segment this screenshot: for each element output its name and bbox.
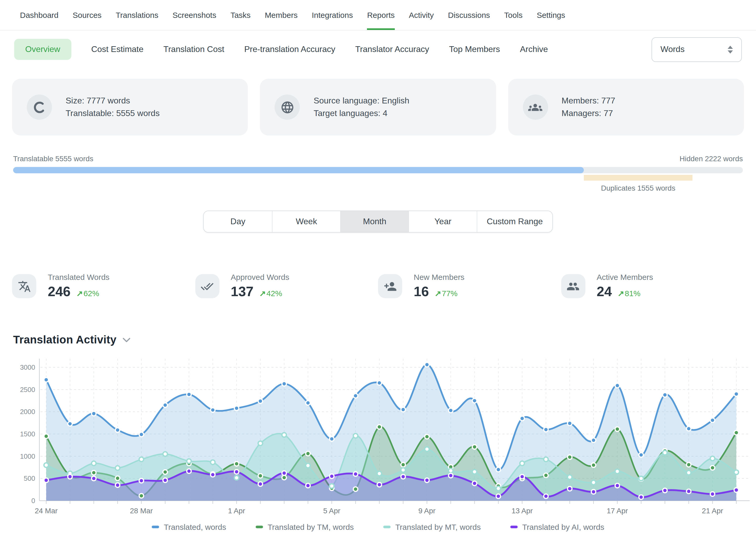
- svg-text:1 Apr: 1 Apr: [228, 507, 245, 515]
- svg-text:500: 500: [24, 474, 35, 482]
- nav-item-activity[interactable]: Activity: [409, 0, 434, 30]
- period-custom-range[interactable]: Custom Range: [477, 211, 552, 232]
- trend-up-icon: ↗: [435, 289, 441, 298]
- section-title: Translation Activity: [13, 333, 117, 346]
- stat-label: New Members: [414, 273, 464, 281]
- reports-page: DashboardSourcesTranslationsScreenshotsT…: [0, 0, 756, 549]
- donut-icon: [27, 95, 52, 120]
- card-line-2: Managers: 77: [561, 107, 615, 120]
- svg-text:2000: 2000: [20, 408, 35, 416]
- globe-icon: [275, 95, 300, 120]
- card-line-2: Target languages: 4: [314, 107, 409, 120]
- summary-card: Source language: EnglishTarget languages…: [260, 79, 496, 135]
- nav-item-screenshots[interactable]: Screenshots: [172, 0, 216, 30]
- nav-item-settings[interactable]: Settings: [537, 0, 565, 30]
- period-selector: DayWeekMonthYearCustom Range: [203, 211, 553, 233]
- duplicates-label: Duplicates 1555 words: [601, 184, 675, 192]
- stat-label: Approved Words: [231, 273, 289, 281]
- trend-up-icon: ↗: [259, 289, 266, 298]
- nav-item-tools[interactable]: Tools: [504, 0, 523, 30]
- card-line-1: Members: 777: [561, 95, 615, 107]
- svg-text:21 Apr: 21 Apr: [702, 507, 723, 515]
- svg-text:3000: 3000: [20, 363, 35, 371]
- legend-marker: [255, 526, 263, 528]
- stat-translated-words: Translated Words246↗62%: [12, 273, 195, 300]
- legend-translated-by-mt-words[interactable]: Translated by MT, words: [383, 522, 481, 531]
- svg-text:1000: 1000: [20, 452, 35, 460]
- period-week[interactable]: Week: [272, 211, 340, 232]
- nav-item-tasks[interactable]: Tasks: [230, 0, 251, 30]
- svg-text:24 Mar: 24 Mar: [35, 507, 57, 515]
- unit-dropdown-value: Words: [660, 45, 685, 54]
- stat-value: 24: [597, 284, 612, 300]
- nav-item-reports[interactable]: Reports: [367, 0, 395, 30]
- tab-translator-accuracy[interactable]: Translator Accuracy: [355, 45, 429, 54]
- done-all-icon: [195, 274, 219, 298]
- activity-area-chart: 05001000150020002500300024 Mar28 Mar1 Ap…: [0, 351, 756, 519]
- stat-new-members: New Members16↗77%: [378, 273, 561, 300]
- trend-up-icon: ↗: [618, 289, 624, 298]
- stat-change: ↗42%: [259, 289, 282, 298]
- select-arrows-icon: [728, 45, 733, 53]
- legend-translated-by-ai-words[interactable]: Translated by AI, words: [510, 522, 604, 531]
- stat-value: 16: [414, 284, 429, 300]
- tab-pre-translation-accuracy[interactable]: Pre-translation Accuracy: [244, 45, 335, 54]
- legend-label: Translated by MT, words: [395, 522, 481, 531]
- nav-item-sources[interactable]: Sources: [73, 0, 102, 30]
- legend-marker: [383, 526, 391, 528]
- translation-activity-chart: 05001000150020002500300024 Mar28 Mar1 Ap…: [0, 351, 756, 531]
- tab-archive[interactable]: Archive: [520, 45, 548, 54]
- nav-item-integrations[interactable]: Integrations: [312, 0, 353, 30]
- svg-text:0: 0: [31, 497, 35, 505]
- period-day[interactable]: Day: [204, 211, 272, 232]
- card-line-1: Source language: English: [314, 95, 409, 107]
- tab-top-members[interactable]: Top Members: [449, 45, 500, 54]
- duplicates-bar: [584, 175, 692, 181]
- legend-label: Translated by AI, words: [522, 522, 604, 531]
- svg-text:28 Mar: 28 Mar: [130, 507, 153, 515]
- top-navigation: DashboardSourcesTranslationsScreenshotsT…: [0, 0, 756, 30]
- unit-dropdown[interactable]: Words: [652, 37, 742, 62]
- stat-value: 137: [231, 284, 254, 300]
- stat-label: Translated Words: [48, 273, 109, 281]
- chevron-down-icon[interactable]: [123, 337, 130, 342]
- report-tabbar: OverviewCost EstimateTranslation CostPre…: [0, 37, 756, 62]
- tab-translation-cost[interactable]: Translation Cost: [164, 45, 224, 54]
- legend-translated-by-tm-words[interactable]: Translated by TM, words: [255, 522, 354, 531]
- legend-translated-words[interactable]: Translated, words: [152, 522, 226, 531]
- stat-approved-words: Approved Words137↗42%: [195, 273, 378, 300]
- person-add-icon: [378, 274, 402, 298]
- stat-change: ↗77%: [435, 289, 458, 298]
- people-icon: [561, 274, 585, 298]
- svg-text:17 Apr: 17 Apr: [607, 507, 628, 515]
- stat-value: 246: [48, 284, 71, 300]
- translatable-words-label: Translatable 5555 words: [13, 154, 93, 163]
- card-line-1: Size: 7777 words: [66, 95, 160, 107]
- stat-change: ↗81%: [618, 289, 641, 298]
- translatable-progress-fill: [13, 167, 584, 173]
- legend-label: Translated, words: [164, 522, 226, 531]
- svg-text:5 Apr: 5 Apr: [323, 507, 340, 515]
- legend-label: Translated by TM, words: [267, 522, 354, 531]
- words-progress-bar: [13, 167, 743, 173]
- period-year[interactable]: Year: [408, 211, 477, 232]
- translate-icon: [12, 274, 36, 298]
- svg-text:9 Apr: 9 Apr: [418, 507, 435, 515]
- tab-overview[interactable]: Overview: [14, 39, 71, 60]
- nav-item-members[interactable]: Members: [265, 0, 298, 30]
- svg-text:13 Apr: 13 Apr: [512, 507, 533, 515]
- period-month[interactable]: Month: [340, 211, 408, 232]
- nav-item-dashboard[interactable]: Dashboard: [20, 0, 59, 30]
- legend-marker: [152, 526, 159, 528]
- stat-active-members: Active Members24↗81%: [561, 273, 744, 300]
- summary-card: Size: 7777 wordsTranslatable: 5555 words: [12, 79, 248, 135]
- tab-cost-estimate[interactable]: Cost Estimate: [91, 45, 143, 54]
- stat-label: Active Members: [597, 273, 653, 281]
- stats-row: Translated Words246↗62%Approved Words137…: [12, 273, 744, 300]
- summary-cards: Size: 7777 wordsTranslatable: 5555 words…: [12, 79, 744, 135]
- hidden-words-label: Hidden 2222 words: [680, 154, 743, 163]
- summary-card: Members: 777Managers: 77: [508, 79, 744, 135]
- nav-item-translations[interactable]: Translations: [116, 0, 158, 30]
- stat-change: ↗62%: [76, 289, 99, 298]
- nav-item-discussions[interactable]: Discussions: [448, 0, 490, 30]
